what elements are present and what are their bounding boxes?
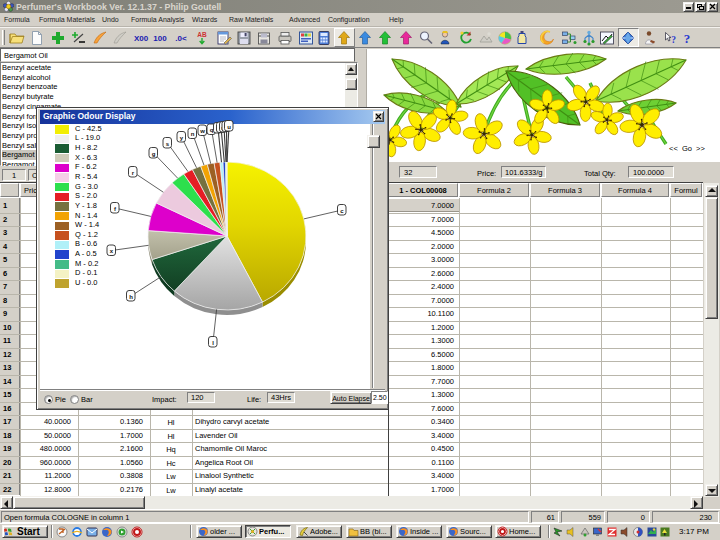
- svg-text:g: g: [152, 151, 156, 157]
- svg-text:h: h: [129, 294, 133, 300]
- svg-text:n: n: [191, 131, 195, 137]
- svg-text:u: u: [227, 124, 231, 130]
- svg-text:w: w: [199, 128, 205, 134]
